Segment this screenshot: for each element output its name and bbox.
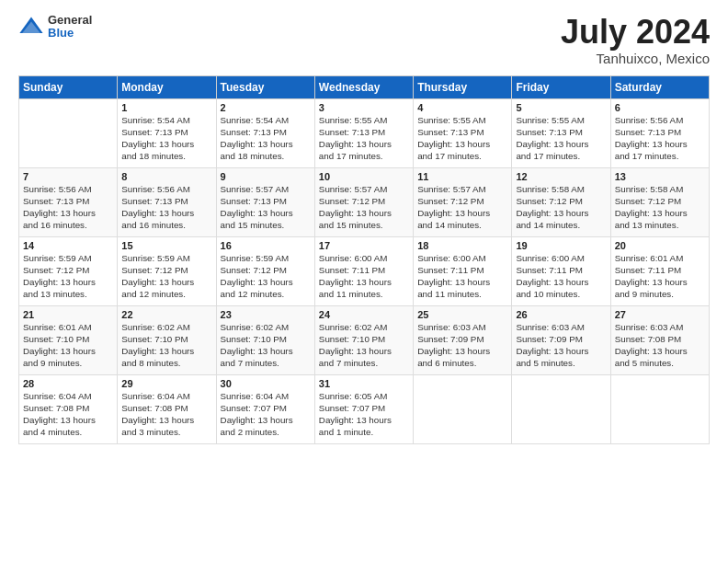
day-info: Sunrise: 6:01 AM Sunset: 7:10 PM Dayligh…	[23, 321, 113, 370]
day-info: Sunrise: 6:04 AM Sunset: 7:08 PM Dayligh…	[23, 390, 113, 439]
week-row-3: 14Sunrise: 5:59 AM Sunset: 7:12 PM Dayli…	[19, 236, 710, 305]
calendar-cell: 29Sunrise: 6:04 AM Sunset: 7:08 PM Dayli…	[118, 374, 216, 443]
day-number: 11	[417, 171, 507, 182]
calendar-cell: 27Sunrise: 6:03 AM Sunset: 7:08 PM Dayli…	[610, 305, 709, 374]
day-number: 24	[319, 309, 409, 320]
day-number: 3	[319, 102, 409, 113]
day-info: Sunrise: 5:58 AM Sunset: 7:12 PM Dayligh…	[516, 183, 606, 232]
day-info: Sunrise: 5:55 AM Sunset: 7:13 PM Dayligh…	[417, 114, 507, 163]
day-info: Sunrise: 6:03 AM Sunset: 7:08 PM Dayligh…	[615, 321, 705, 370]
calendar-cell: 24Sunrise: 6:02 AM Sunset: 7:10 PM Dayli…	[314, 305, 413, 374]
calendar-cell: 12Sunrise: 5:58 AM Sunset: 7:12 PM Dayli…	[512, 167, 610, 236]
weekday-header-thursday: Thursday	[414, 75, 512, 98]
logo-blue: Blue	[48, 27, 92, 40]
title-block: July 2024 Tanhuixco, Mexico	[561, 14, 710, 66]
calendar-cell: 15Sunrise: 5:59 AM Sunset: 7:12 PM Dayli…	[118, 236, 216, 305]
day-number: 20	[615, 240, 705, 251]
day-number: 28	[23, 378, 113, 389]
calendar-cell: 10Sunrise: 5:57 AM Sunset: 7:12 PM Dayli…	[314, 167, 413, 236]
day-number: 8	[121, 171, 211, 182]
day-number: 29	[121, 378, 211, 389]
day-info: Sunrise: 5:57 AM Sunset: 7:12 PM Dayligh…	[417, 183, 507, 232]
calendar-cell	[414, 374, 512, 443]
calendar-cell: 23Sunrise: 6:02 AM Sunset: 7:10 PM Dayli…	[216, 305, 314, 374]
day-number: 31	[319, 378, 409, 389]
weekday-header-friday: Friday	[512, 75, 610, 98]
calendar-cell: 13Sunrise: 5:58 AM Sunset: 7:12 PM Dayli…	[610, 167, 709, 236]
day-info: Sunrise: 5:59 AM Sunset: 7:12 PM Dayligh…	[121, 252, 211, 301]
calendar-cell: 19Sunrise: 6:00 AM Sunset: 7:11 PM Dayli…	[512, 236, 610, 305]
calendar-cell	[512, 374, 610, 443]
day-info: Sunrise: 5:55 AM Sunset: 7:13 PM Dayligh…	[516, 114, 606, 163]
calendar-cell: 1Sunrise: 5:54 AM Sunset: 7:13 PM Daylig…	[118, 98, 216, 167]
calendar-cell: 17Sunrise: 6:00 AM Sunset: 7:11 PM Dayli…	[314, 236, 413, 305]
day-info: Sunrise: 6:02 AM Sunset: 7:10 PM Dayligh…	[221, 321, 311, 370]
calendar-cell: 25Sunrise: 6:03 AM Sunset: 7:09 PM Dayli…	[414, 305, 512, 374]
day-number: 23	[221, 309, 311, 320]
day-info: Sunrise: 6:02 AM Sunset: 7:10 PM Dayligh…	[121, 321, 211, 370]
logo-icon	[18, 14, 44, 40]
day-info: Sunrise: 5:59 AM Sunset: 7:12 PM Dayligh…	[23, 252, 113, 301]
day-info: Sunrise: 5:57 AM Sunset: 7:12 PM Dayligh…	[319, 183, 409, 232]
day-number: 9	[221, 171, 311, 182]
day-info: Sunrise: 6:00 AM Sunset: 7:11 PM Dayligh…	[319, 252, 409, 301]
calendar-cell: 30Sunrise: 6:04 AM Sunset: 7:07 PM Dayli…	[216, 374, 314, 443]
calendar-cell: 28Sunrise: 6:04 AM Sunset: 7:08 PM Dayli…	[19, 374, 118, 443]
weekday-header-wednesday: Wednesday	[314, 75, 413, 98]
day-info: Sunrise: 5:56 AM Sunset: 7:13 PM Dayligh…	[121, 183, 211, 232]
weekday-header-sunday: Sunday	[19, 75, 118, 98]
day-number: 19	[516, 240, 606, 251]
day-number: 14	[23, 240, 113, 251]
day-info: Sunrise: 6:04 AM Sunset: 7:07 PM Dayligh…	[221, 390, 311, 439]
calendar-header: SundayMondayTuesdayWednesdayThursdayFrid…	[19, 75, 710, 98]
header: General Blue July 2024 Tanhuixco, Mexico	[18, 14, 710, 66]
day-info: Sunrise: 6:05 AM Sunset: 7:07 PM Dayligh…	[319, 390, 409, 439]
day-number: 16	[221, 240, 311, 251]
calendar-cell: 9Sunrise: 5:57 AM Sunset: 7:13 PM Daylig…	[216, 167, 314, 236]
week-row-5: 28Sunrise: 6:04 AM Sunset: 7:08 PM Dayli…	[19, 374, 710, 443]
day-info: Sunrise: 5:55 AM Sunset: 7:13 PM Dayligh…	[319, 114, 409, 163]
calendar-body: 1Sunrise: 5:54 AM Sunset: 7:13 PM Daylig…	[19, 98, 710, 443]
calendar-cell	[19, 98, 118, 167]
day-info: Sunrise: 6:00 AM Sunset: 7:11 PM Dayligh…	[417, 252, 507, 301]
day-number: 10	[319, 171, 409, 182]
day-number: 25	[417, 309, 507, 320]
day-number: 26	[516, 309, 606, 320]
day-number: 15	[121, 240, 211, 251]
weekday-header-row: SundayMondayTuesdayWednesdayThursdayFrid…	[19, 75, 710, 98]
calendar-cell: 20Sunrise: 6:01 AM Sunset: 7:11 PM Dayli…	[610, 236, 709, 305]
location: Tanhuixco, Mexico	[561, 51, 710, 66]
calendar-page: General Blue July 2024 Tanhuixco, Mexico…	[0, 0, 728, 563]
day-info: Sunrise: 6:02 AM Sunset: 7:10 PM Dayligh…	[319, 321, 409, 370]
day-number: 4	[417, 102, 507, 113]
day-info: Sunrise: 5:57 AM Sunset: 7:13 PM Dayligh…	[221, 183, 311, 232]
day-info: Sunrise: 6:04 AM Sunset: 7:08 PM Dayligh…	[121, 390, 211, 439]
day-number: 17	[319, 240, 409, 251]
calendar-cell: 22Sunrise: 6:02 AM Sunset: 7:10 PM Dayli…	[118, 305, 216, 374]
day-number: 30	[221, 378, 311, 389]
day-number: 12	[516, 171, 606, 182]
calendar-cell: 21Sunrise: 6:01 AM Sunset: 7:10 PM Dayli…	[19, 305, 118, 374]
weekday-header-tuesday: Tuesday	[216, 75, 314, 98]
day-number: 21	[23, 309, 113, 320]
logo-text: General Blue	[48, 14, 92, 40]
day-number: 1	[121, 102, 211, 113]
calendar-cell: 7Sunrise: 5:56 AM Sunset: 7:13 PM Daylig…	[19, 167, 118, 236]
day-info: Sunrise: 6:03 AM Sunset: 7:09 PM Dayligh…	[516, 321, 606, 370]
day-info: Sunrise: 5:58 AM Sunset: 7:12 PM Dayligh…	[615, 183, 705, 232]
week-row-2: 7Sunrise: 5:56 AM Sunset: 7:13 PM Daylig…	[19, 167, 710, 236]
day-info: Sunrise: 6:01 AM Sunset: 7:11 PM Dayligh…	[615, 252, 705, 301]
calendar-cell: 5Sunrise: 5:55 AM Sunset: 7:13 PM Daylig…	[512, 98, 610, 167]
logo-general: General	[48, 14, 92, 27]
week-row-4: 21Sunrise: 6:01 AM Sunset: 7:10 PM Dayli…	[19, 305, 710, 374]
day-number: 27	[615, 309, 705, 320]
logo: General Blue	[18, 14, 92, 40]
day-info: Sunrise: 5:56 AM Sunset: 7:13 PM Dayligh…	[615, 114, 705, 163]
weekday-header-monday: Monday	[118, 75, 216, 98]
week-row-1: 1Sunrise: 5:54 AM Sunset: 7:13 PM Daylig…	[19, 98, 710, 167]
calendar-cell: 6Sunrise: 5:56 AM Sunset: 7:13 PM Daylig…	[610, 98, 709, 167]
month-title: July 2024	[561, 14, 710, 51]
calendar-cell: 11Sunrise: 5:57 AM Sunset: 7:12 PM Dayli…	[414, 167, 512, 236]
day-number: 5	[516, 102, 606, 113]
day-number: 18	[417, 240, 507, 251]
